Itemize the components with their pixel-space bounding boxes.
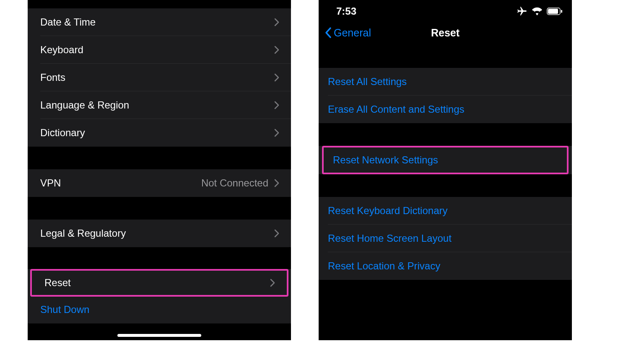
row-label: Fonts — [40, 72, 274, 83]
row-label: Dictionary — [40, 127, 274, 139]
reset-group-2: Reset Network Settings — [319, 146, 572, 174]
row-detail: Not Connected — [201, 177, 268, 189]
row-reset[interactable]: Reset — [32, 271, 287, 295]
row-reset-home-screen-layout[interactable]: Reset Home Screen Layout — [319, 225, 572, 252]
row-label: Reset All Settings — [328, 76, 407, 88]
status-bar: 7:53 — [319, 0, 572, 20]
chevron-right-icon — [274, 46, 279, 54]
row-label: Legal & Regulatory — [40, 228, 274, 239]
row-fonts[interactable]: Fonts — [28, 64, 291, 91]
wifi-icon — [532, 7, 543, 16]
row-erase-all-content[interactable]: Erase All Content and Settings — [319, 96, 572, 123]
settings-group-vpn: VPN Not Connected — [28, 169, 291, 197]
reset-group-1: Reset All Settings Erase All Content and… — [319, 68, 572, 123]
row-label: Shut Down — [40, 304, 279, 315]
status-time: 7:53 — [336, 5, 356, 17]
row-legal-regulatory[interactable]: Legal & Regulatory — [28, 220, 291, 247]
row-label: Reset Home Screen Layout — [328, 233, 452, 244]
chevron-left-icon — [325, 27, 332, 39]
row-vpn[interactable]: VPN Not Connected — [28, 169, 291, 197]
row-label: VPN — [40, 177, 201, 189]
general-settings-screen: Date & Time Keyboard Fonts Language & Re… — [28, 0, 291, 340]
row-label: Language & Region — [40, 99, 274, 111]
highlight-annotation: Reset Network Settings — [322, 146, 569, 174]
chevron-right-icon — [274, 101, 279, 109]
back-label: General — [334, 27, 371, 39]
row-label: Reset — [44, 277, 270, 289]
settings-group-legal: Legal & Regulatory — [28, 220, 291, 247]
svg-rect-2 — [561, 10, 562, 13]
row-language-region[interactable]: Language & Region — [28, 91, 291, 119]
row-label: Erase All Content and Settings — [328, 103, 465, 115]
home-indicator[interactable] — [117, 334, 201, 337]
chevron-right-icon — [270, 279, 275, 287]
row-label: Reset Network Settings — [333, 154, 438, 166]
row-reset-all-settings[interactable]: Reset All Settings — [319, 68, 572, 96]
svg-rect-1 — [548, 9, 558, 14]
row-keyboard[interactable]: Keyboard — [28, 36, 291, 64]
reset-settings-screen: 7:53 General Reset Reset All Settings Er… — [319, 0, 572, 340]
row-label: Reset Keyboard Dictionary — [328, 205, 447, 217]
nav-bar: General Reset — [319, 20, 572, 45]
highlight-annotation: Reset — [30, 269, 288, 297]
settings-group-reset: Reset Shut Down — [28, 269, 291, 323]
chevron-right-icon — [274, 129, 279, 137]
battery-icon — [547, 8, 563, 15]
chevron-right-icon — [274, 73, 279, 82]
row-date-time[interactable]: Date & Time — [28, 8, 291, 36]
row-label: Keyboard — [40, 44, 274, 56]
chevron-right-icon — [274, 229, 279, 238]
airplane-mode-icon — [517, 6, 527, 17]
reset-group-3: Reset Keyboard Dictionary Reset Home Scr… — [319, 197, 572, 280]
row-label: Reset Location & Privacy — [328, 260, 440, 272]
row-dictionary[interactable]: Dictionary — [28, 119, 291, 147]
row-reset-keyboard-dictionary[interactable]: Reset Keyboard Dictionary — [319, 197, 572, 225]
row-reset-location-privacy[interactable]: Reset Location & Privacy — [319, 252, 572, 280]
row-label: Date & Time — [40, 16, 274, 28]
chevron-right-icon — [274, 179, 279, 187]
chevron-right-icon — [274, 18, 279, 26]
row-shut-down[interactable]: Shut Down — [28, 296, 291, 323]
row-reset-network-settings[interactable]: Reset Network Settings — [324, 147, 567, 173]
settings-group-system: Date & Time Keyboard Fonts Language & Re… — [28, 8, 291, 147]
back-button[interactable]: General — [325, 27, 371, 39]
